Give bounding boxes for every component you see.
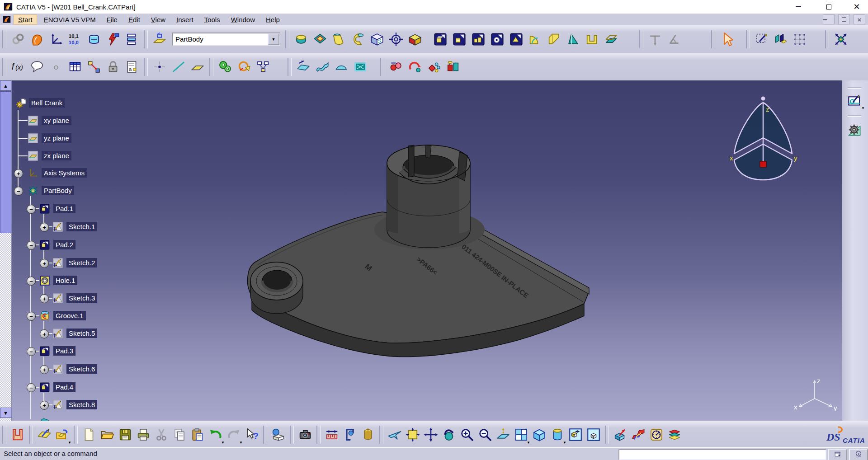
fill-surface-button[interactable] bbox=[351, 56, 370, 78]
tree-node-label[interactable]: Sketch.1 bbox=[66, 222, 97, 231]
tree-node-label[interactable]: Bell Crank bbox=[29, 98, 65, 108]
chamfer-box-button[interactable] bbox=[406, 28, 425, 50]
analysis-red-c-button[interactable] bbox=[425, 56, 443, 78]
tree-node-label[interactable]: Hole.1 bbox=[53, 276, 77, 285]
tree-sketch-icon[interactable] bbox=[52, 328, 64, 339]
comment-button[interactable] bbox=[28, 56, 47, 78]
mean-dimensions-button[interactable] bbox=[104, 28, 123, 50]
tree-node-label[interactable]: Sketch.2 bbox=[66, 258, 97, 268]
shell-button[interactable] bbox=[583, 28, 602, 50]
scroll-up-button[interactable]: ▲ bbox=[0, 80, 11, 91]
normal-view-button[interactable] bbox=[494, 424, 512, 446]
select-arrow-button[interactable] bbox=[717, 28, 736, 50]
catalog-orange-button[interactable] bbox=[235, 56, 254, 78]
product-knowledge-button[interactable] bbox=[443, 56, 462, 78]
toolbar-handle[interactable] bbox=[848, 115, 861, 117]
toolbar-handle[interactable] bbox=[605, 426, 609, 444]
measure-between-button[interactable] bbox=[323, 424, 341, 446]
catalog-button[interactable] bbox=[269, 424, 288, 446]
dimension-values-button[interactable]: 10,110,0 bbox=[66, 28, 85, 50]
undo-button[interactable]: ▼ bbox=[207, 424, 225, 446]
thickness-button[interactable] bbox=[602, 28, 621, 50]
hide-show-button[interactable] bbox=[566, 424, 585, 446]
zoom-in-button[interactable] bbox=[458, 424, 476, 446]
toolbar-handle[interactable] bbox=[316, 426, 321, 444]
tree-pad-icon[interactable] bbox=[39, 345, 51, 357]
menu-item-tools[interactable]: Tools bbox=[200, 15, 224, 24]
command-window-button[interactable] bbox=[828, 449, 847, 460]
tree-node-label[interactable]: Sketch.8 bbox=[66, 400, 97, 409]
tree-node-label[interactable]: Pad.4 bbox=[53, 382, 75, 392]
tree-node-label[interactable]: xy plane bbox=[42, 116, 71, 125]
rule-editor-button[interactable]: a bbox=[123, 56, 142, 78]
tree-expander-minus[interactable]: − bbox=[27, 347, 36, 356]
sketcher-pad-button[interactable] bbox=[35, 424, 53, 446]
extract-surface-button[interactable] bbox=[294, 56, 313, 78]
tree-part-icon[interactable] bbox=[16, 97, 28, 109]
knowledge-dot-button[interactable] bbox=[47, 56, 66, 78]
toolbar-handle[interactable] bbox=[285, 30, 289, 48]
tree-expander-minus[interactable]: − bbox=[27, 383, 36, 392]
hole-button[interactable] bbox=[368, 28, 387, 50]
draft-angle-button[interactable] bbox=[564, 28, 583, 50]
combobox-dropdown-button[interactable]: ▼ bbox=[268, 33, 279, 45]
menu-item-start[interactable]: Start bbox=[14, 14, 37, 25]
tree-expander-minus[interactable]: − bbox=[27, 312, 36, 321]
multi-pad-button[interactable] bbox=[469, 28, 488, 50]
menu-item-view[interactable]: View bbox=[147, 15, 170, 24]
analysis-arrow-button[interactable] bbox=[611, 424, 629, 446]
snap-to-point-button[interactable] bbox=[831, 28, 850, 50]
tree-node-label[interactable]: Sketch.6 bbox=[66, 364, 97, 374]
tree-sketch-icon[interactable] bbox=[52, 399, 64, 411]
tree-expander-minus[interactable]: − bbox=[27, 205, 36, 214]
partbody-combobox[interactable]: PartBody ▼ bbox=[172, 33, 280, 46]
toolbar-handle[interactable] bbox=[144, 30, 148, 48]
design-table-button[interactable] bbox=[66, 56, 85, 78]
title-bar[interactable]: CATIA V5 - [W201 Bell_Crank.CATPart] ✕ bbox=[0, 0, 868, 14]
axis-system-button[interactable] bbox=[47, 28, 66, 50]
tree-partial-icon[interactable] bbox=[39, 413, 51, 421]
submenu-arrow-icon[interactable]: ▼ bbox=[68, 441, 71, 445]
tree-node-label[interactable]: PartBody bbox=[42, 186, 74, 195]
toolbar-handle[interactable] bbox=[639, 30, 643, 48]
chamfer-button[interactable] bbox=[545, 28, 564, 50]
multi-view-button[interactable]: ▼ bbox=[512, 424, 530, 446]
submenu-arrow-icon[interactable]: ▼ bbox=[861, 107, 865, 110]
copy-button[interactable] bbox=[170, 424, 189, 446]
submenu-arrow-icon[interactable]: ▼ bbox=[239, 441, 243, 445]
toolbar-handle[interactable] bbox=[74, 426, 78, 444]
gear-tools-button[interactable] bbox=[846, 121, 865, 140]
tree-expander-plus[interactable]: + bbox=[40, 259, 49, 268]
analysis-curvature-button[interactable] bbox=[629, 424, 647, 446]
tree-pad-icon[interactable] bbox=[39, 203, 51, 215]
tree-plane-icon[interactable] bbox=[27, 115, 39, 127]
tree-axes-icon[interactable] bbox=[27, 167, 39, 179]
toolbar-handle[interactable] bbox=[2, 30, 6, 48]
sweep-surface-button[interactable] bbox=[313, 56, 332, 78]
toolbar-handle[interactable] bbox=[2, 58, 6, 76]
rotate-button[interactable] bbox=[440, 424, 458, 446]
list-button[interactable] bbox=[123, 28, 142, 50]
restore-button[interactable] bbox=[824, 2, 834, 12]
new-document-button[interactable] bbox=[80, 424, 98, 446]
tree-plane-icon[interactable] bbox=[27, 150, 39, 162]
view-compass[interactable]: z x y bbox=[728, 93, 800, 183]
tree-sketch-icon[interactable] bbox=[52, 363, 64, 375]
lock-button[interactable] bbox=[104, 56, 123, 78]
toolbar-handle[interactable] bbox=[144, 58, 148, 76]
stiffener-button[interactable] bbox=[507, 28, 526, 50]
iso-view-button[interactable] bbox=[530, 424, 548, 446]
hole-advanced-button[interactable] bbox=[387, 28, 406, 50]
tree-pad-icon[interactable] bbox=[39, 381, 51, 393]
sketch-analysis-button[interactable] bbox=[752, 28, 771, 50]
scrollbar-thumb[interactable] bbox=[0, 91, 11, 233]
camera-button[interactable] bbox=[296, 424, 314, 446]
pocket-button[interactable] bbox=[311, 28, 330, 50]
render-style-button[interactable]: ▼ bbox=[548, 424, 566, 446]
tree-expander-minus[interactable]: − bbox=[14, 187, 23, 196]
tree-scrollbar[interactable]: ▲ ▼ bbox=[0, 80, 12, 421]
pad-drafted-button[interactable] bbox=[431, 28, 450, 50]
tree-node-label[interactable]: Pad.3 bbox=[53, 346, 75, 356]
save-button[interactable] bbox=[116, 424, 134, 446]
catalog-browser-button[interactable] bbox=[254, 56, 273, 78]
